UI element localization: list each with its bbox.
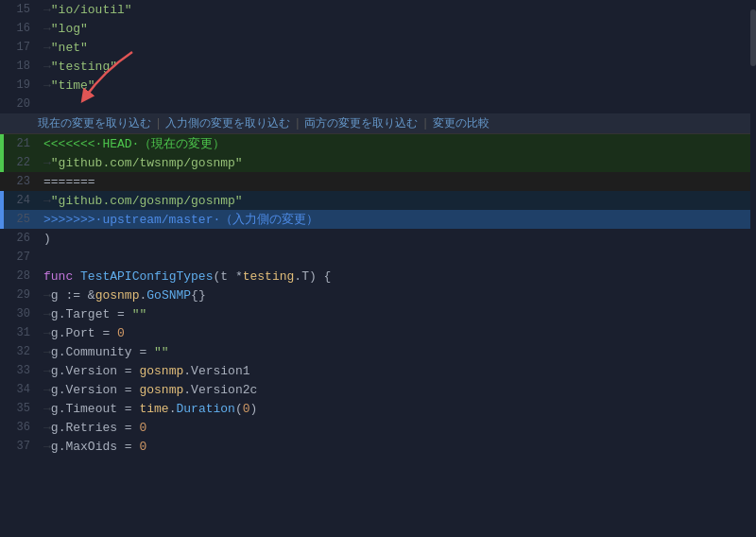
action-take-both[interactable]: 両方の変更を取り込む: [304, 115, 418, 131]
line-content: =======: [40, 175, 756, 189]
line-content: → g . Port = 0: [40, 326, 756, 340]
var-g: g: [51, 326, 59, 340]
op-token: *: [235, 269, 243, 284]
conflict-head-marker: <<<<<<<·HEAD·（現在の変更）: [43, 135, 225, 152]
op-dot: .: [59, 345, 66, 359]
line-content: → g . Timeout = time . Duration ( 0 ): [40, 402, 756, 416]
line-number: 34: [4, 383, 40, 396]
op-token: :=: [59, 288, 88, 303]
line-number: 22: [4, 156, 40, 169]
line-content: <<<<<<<·HEAD·（現在の変更）: [40, 135, 756, 152]
fn-name: TestAPIConfigTypes: [80, 269, 213, 284]
op-dot: .: [59, 421, 66, 435]
action-take-current[interactable]: 現在の変更を取り込む: [38, 115, 151, 131]
tab-char: →: [43, 402, 51, 416]
pkg-gosnmp: gosnmp: [139, 383, 183, 397]
string-token: "log": [51, 22, 88, 36]
pkg-gosnmp: gosnmp: [139, 364, 183, 378]
var-g: g: [51, 383, 59, 397]
line-content: → g := & gosnmp . GoSNMP {}: [40, 288, 756, 303]
num-0: 0: [117, 326, 125, 340]
line-29: 29 → g := & gosnmp . GoSNMP {}: [0, 286, 756, 304]
const-version1: Version1: [191, 364, 249, 378]
var-g: g: [51, 345, 59, 359]
line-number: 20: [4, 97, 40, 111]
line-content: [40, 251, 756, 265]
line-24: 24 → "github.com/gosnmp/gosnmp": [0, 191, 756, 210]
line-37: 37 → g . MaxOids = 0: [0, 437, 756, 456]
conflict-incoming-marker: >>>>>>>·upstream/master·（入力側の変更）: [43, 211, 318, 228]
action-compare[interactable]: 変更の比較: [433, 115, 490, 131]
tab-char: →: [43, 60, 51, 74]
line-number: 18: [4, 60, 40, 73]
line-number: 31: [4, 326, 40, 339]
string-token: "github.com/gosnmp/gosnmp": [51, 194, 243, 208]
keyword-func: func: [43, 269, 73, 284]
line-16: 16 → "log": [0, 19, 756, 38]
line-content: → g . Target = "": [40, 307, 756, 321]
scrollbar-thumb[interactable]: [750, 9, 756, 66]
tab-char: →: [43, 41, 51, 55]
string-token: "io/ioutil": [51, 3, 132, 17]
line-28: 28 func TestAPIConfigTypes ( t * testing…: [0, 267, 756, 286]
line-23: 23 =======: [0, 172, 756, 191]
type-T: T: [301, 269, 309, 284]
param-t: t: [220, 269, 228, 284]
string-empty: "": [132, 307, 147, 321]
op-token: .: [294, 269, 301, 284]
line-number: 30: [4, 307, 40, 320]
op-token: ): [309, 269, 317, 284]
tab-char: →: [43, 156, 51, 170]
op-brace: {: [324, 269, 332, 284]
line-35: 35 → g . Timeout = time . Duration ( 0 ): [0, 399, 756, 418]
tab-char: →: [43, 440, 51, 454]
tab-char: →: [43, 383, 51, 397]
op-dot: .: [183, 383, 191, 397]
tab-char: →: [43, 22, 51, 36]
field-version: Version: [65, 383, 117, 397]
op-assign: =: [117, 402, 139, 416]
action-take-incoming[interactable]: 入力側の変更を取り込む: [165, 115, 290, 131]
op-assign: =: [110, 307, 131, 321]
sep-3: |: [421, 117, 428, 130]
line-content: → g . MaxOids = 0: [40, 440, 756, 454]
op-dot: .: [59, 364, 66, 378]
line-26: 26 ): [0, 229, 756, 248]
line-number: 23: [4, 175, 40, 188]
field-port: Port: [65, 326, 94, 340]
line-content: → g . Retries = 0: [40, 421, 756, 435]
field-maxoids: MaxOids: [65, 440, 117, 454]
scrollbar[interactable]: [750, 0, 756, 537]
num-0: 0: [139, 440, 146, 454]
line-number: 17: [4, 41, 40, 54]
string-token: "github.com/twsnmp/gosnmp": [51, 156, 243, 170]
line-number: 19: [4, 78, 40, 92]
var-g: g: [51, 402, 59, 416]
line-20: 20: [0, 95, 756, 113]
line-content: → "io/ioutil": [40, 3, 756, 17]
op-dot: .: [139, 288, 146, 303]
op-paren-close: ): [250, 402, 258, 416]
sep-1: |: [155, 117, 162, 130]
const-version2c: Version2c: [191, 383, 257, 397]
pkg-time: time: [139, 402, 168, 416]
tab-char: →: [43, 345, 51, 359]
line-number: 36: [4, 421, 40, 434]
var-g: g: [51, 421, 59, 435]
pkg-testing: testing: [243, 269, 295, 284]
code-editor: 15 → "io/ioutil" 16 → "log" 17 → "net": [0, 0, 756, 537]
field-target: Target: [65, 307, 110, 321]
tab-char: →: [43, 3, 51, 17]
space: [228, 269, 235, 284]
line-number: 21: [4, 137, 40, 150]
line-content: → g . Version = gosnmp . Version1: [40, 364, 756, 378]
field-timeout: Timeout: [65, 402, 117, 416]
op-dot: .: [169, 402, 177, 416]
line-number: 28: [4, 269, 40, 283]
line-content: → "log": [40, 22, 756, 36]
op-assign: =: [117, 440, 139, 454]
line-number: 16: [4, 22, 40, 35]
op-amp: &: [88, 288, 95, 303]
code-lines: 15 → "io/ioutil" 16 → "log" 17 → "net": [0, 0, 756, 537]
line-22: 22 → "github.com/twsnmp/gosnmp": [0, 153, 756, 172]
